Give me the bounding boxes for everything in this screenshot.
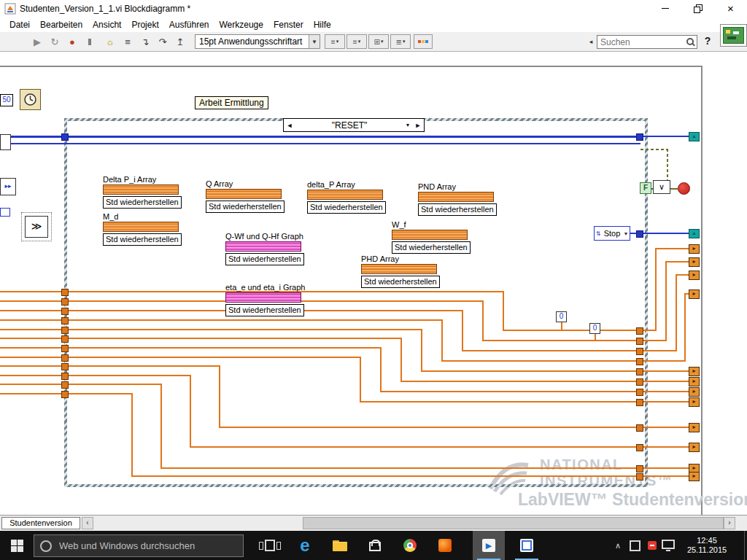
tunnel[interactable] — [636, 358, 643, 365]
tray-expand-button[interactable]: ∧ — [611, 531, 624, 560]
labview-taskbar-button[interactable]: ▶ — [473, 531, 505, 560]
wire[interactable] — [482, 300, 484, 341]
local-variable[interactable]: ▸ — [689, 397, 700, 407]
wire[interactable] — [462, 310, 463, 351]
menu-ansicht[interactable]: Ansicht — [88, 20, 126, 30]
wire[interactable] — [655, 248, 657, 331]
task-view-button[interactable] — [254, 531, 286, 560]
tunnel[interactable] — [61, 327, 69, 334]
wire[interactable] — [0, 375, 190, 376]
search-icon[interactable] — [685, 37, 695, 47]
wire[interactable] — [503, 330, 636, 331]
tunnel[interactable] — [61, 133, 69, 141]
invoke-reinit-default[interactable]: Std wiederherstellen — [225, 304, 304, 316]
tunnel[interactable] — [61, 345, 69, 352]
property-node-wf[interactable]: W_f Std wiederherstellen — [392, 220, 471, 254]
wire[interactable] — [503, 291, 504, 331]
tunnel[interactable] — [636, 465, 643, 472]
wire[interactable] — [595, 333, 596, 341]
wire[interactable] — [642, 340, 665, 341]
wire[interactable] — [684, 293, 686, 362]
wire[interactable] — [642, 475, 689, 477]
integer-wire[interactable] — [642, 136, 689, 137]
wire[interactable] — [421, 370, 636, 372]
property-node-qwf-graph[interactable]: Q-Wf und Q-Hf Graph Std wiederherstellen — [225, 232, 304, 265]
taskbar-clock[interactable]: 12:45 25.11.2015 — [678, 531, 735, 560]
tunnel[interactable] — [636, 399, 643, 406]
integer-wire[interactable] — [0, 136, 640, 138]
scrollbar-thumb[interactable] — [303, 517, 724, 529]
dashed-wire[interactable] — [667, 149, 668, 182]
highlight-execution-button[interactable]: ☼ — [102, 34, 118, 50]
outer-structure-right-border[interactable] — [701, 66, 703, 515]
wire[interactable] — [642, 350, 676, 351]
wire[interactable] — [441, 360, 636, 362]
array-terminal-icon[interactable] — [361, 264, 437, 274]
invoke-reinit-default[interactable]: Std wiederherstellen — [307, 201, 386, 214]
tray-icon-monitor[interactable] — [661, 531, 676, 560]
step-out-button[interactable]: ↥ — [172, 34, 188, 50]
wire[interactable] — [0, 365, 219, 367]
menu-ausfuehren[interactable]: Ausführen — [164, 20, 214, 30]
chrome-button[interactable] — [394, 531, 426, 560]
case-structure-border[interactable] — [64, 118, 648, 487]
resize-objects-dropdown[interactable]: ⊞▾ — [368, 34, 389, 49]
wire[interactable] — [131, 475, 636, 477]
wire[interactable] — [665, 261, 667, 341]
wire[interactable] — [131, 393, 133, 477]
labview-bench-icon[interactable] — [720, 24, 747, 47]
wire[interactable] — [676, 274, 677, 351]
restore-button[interactable] — [681, 0, 714, 17]
distribute-objects-dropdown[interactable]: ≡▾ — [347, 34, 367, 49]
array-terminal-icon[interactable] — [392, 230, 468, 240]
tray-icon-red[interactable] — [645, 531, 659, 560]
invoke-reinit-default[interactable]: Std wiederherstellen — [418, 203, 497, 216]
wire[interactable] — [462, 350, 636, 351]
wire[interactable] — [219, 427, 636, 428]
local-variable[interactable]: ▸ — [689, 443, 700, 452]
tunnel[interactable] — [61, 317, 69, 324]
menu-fenster[interactable]: Fenster — [268, 20, 309, 30]
array-terminal-icon[interactable] — [103, 222, 179, 232]
integer-wire[interactable] — [0, 143, 640, 144]
wire[interactable] — [0, 357, 360, 358]
property-node-phd-array[interactable]: PHD Array Std wiederherstellen — [361, 254, 440, 288]
show-desktop-button[interactable] — [744, 531, 747, 560]
store-button[interactable] — [359, 531, 391, 560]
wire[interactable] — [0, 338, 400, 339]
invoke-reinit-default[interactable]: Std wiederherstellen — [103, 196, 182, 209]
font-selector[interactable]: 15pt Anwendungsschriftart ▼ — [195, 34, 320, 49]
app-button-orange[interactable] — [429, 531, 461, 560]
tunnel[interactable] — [636, 348, 643, 355]
local-variable[interactable]: ▸ — [689, 244, 700, 254]
invoke-reinit-default[interactable]: Std wiederherstellen — [206, 201, 285, 213]
subdiagram-tab-studentenversion[interactable]: Studentenversion — [1, 517, 80, 529]
wire[interactable] — [190, 446, 636, 448]
tunnel[interactable] — [636, 424, 643, 432]
toolbar-search[interactable] — [597, 35, 697, 49]
wire[interactable] — [642, 467, 689, 469]
retain-wire-values-button[interactable]: ≡ — [120, 34, 136, 50]
search-collapse-button[interactable]: ◂ — [587, 36, 595, 47]
local-variable[interactable]: ▸ — [689, 472, 700, 481]
partial-comparison-node[interactable]: ▸▸ — [0, 178, 16, 195]
run-continuous-button[interactable]: ↻ — [47, 34, 63, 50]
align-objects-dropdown[interactable]: ≡▾ — [325, 34, 345, 49]
property-node-deltap-array[interactable]: delta_P Array Std wiederherstellen — [307, 180, 386, 214]
case-selector-label[interactable]: ◄ "RESET" ▼ ► — [283, 118, 425, 132]
tunnel[interactable] — [636, 368, 643, 376]
block-diagram-canvas[interactable]: ◄ "RESET" ▼ ► Arbeit Ermittlung 50 ▸▸ ≫ — [0, 0, 747, 560]
wire[interactable] — [380, 347, 382, 392]
help-button[interactable]: ? — [700, 34, 715, 48]
cleanup-diagram-button[interactable] — [414, 34, 433, 49]
dashed-wire[interactable] — [640, 149, 668, 150]
wire[interactable] — [360, 401, 636, 402]
wire[interactable] — [561, 322, 562, 331]
taskbar-search-input[interactable] — [58, 540, 243, 552]
tunnel[interactable] — [636, 338, 643, 345]
tunnel[interactable] — [636, 444, 643, 451]
outer-structure-top-border[interactable] — [0, 66, 703, 67]
wire[interactable] — [642, 360, 684, 362]
wire[interactable] — [482, 340, 636, 341]
wire[interactable] — [441, 319, 443, 362]
